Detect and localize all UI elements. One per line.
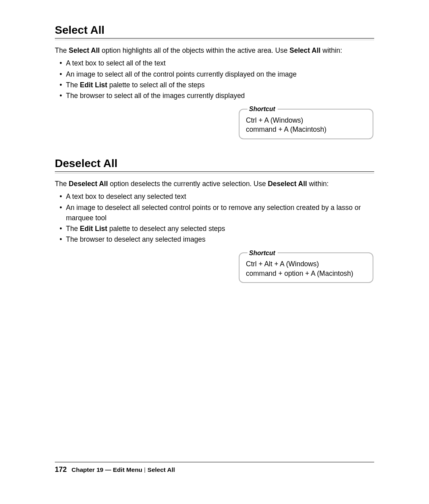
text: within:: [321, 46, 342, 54]
list-item: A text box to deselect any selected text: [65, 191, 374, 202]
bold-term: Edit List: [80, 225, 107, 233]
list-item: The Edit List palette to deselect any se…: [65, 223, 374, 234]
list-item: The Edit List palette to select all of t…: [65, 80, 374, 90]
text: The browser to select all of the images …: [66, 92, 245, 100]
text: A text box to select all of the text: [66, 59, 166, 67]
footer-topic: Select All: [147, 466, 175, 473]
text: An image to deselect all selected contro…: [66, 204, 361, 222]
footer-rule: [55, 462, 374, 462]
shortcut-box: Shortcut Ctrl + Alt + A (Windows) comman…: [239, 249, 373, 283]
shortcut-container: Shortcut Ctrl + A (Windows) command + A …: [55, 105, 374, 139]
text: option deselects the currently active se…: [108, 180, 268, 188]
footer-separator-icon: [145, 467, 145, 473]
text: The browser to deselect any selected ima…: [66, 235, 205, 243]
text: palette to deselect any selected steps: [107, 225, 225, 233]
list-item: The browser to deselect any selected ima…: [65, 234, 374, 244]
bold-term: Select All: [290, 46, 321, 54]
footer-chapter: Chapter 19 — Edit Menu: [72, 466, 142, 473]
list-item: A text box to select all of the text: [65, 58, 374, 68]
intro-paragraph: The Select All option highlights all of …: [55, 45, 374, 56]
bold-term: Deselect All: [69, 180, 108, 188]
bold-term: Select All: [69, 46, 100, 54]
text: within:: [307, 180, 329, 188]
list-item: An image to select all of the control po…: [65, 69, 374, 79]
heading-rule: [55, 38, 374, 40]
list-item: The browser to select all of the images …: [65, 90, 374, 101]
shortcut-line: command + option + A (Macintosh): [246, 269, 367, 279]
heading-select-all: Select All: [55, 24, 374, 37]
intro-paragraph: The Deselect All option deselects the cu…: [55, 179, 374, 189]
shortcut-container: Shortcut Ctrl + Alt + A (Windows) comman…: [55, 249, 374, 283]
shortcut-legend: Shortcut: [247, 249, 278, 258]
heading-rule: [55, 171, 374, 174]
section-deselect-all: Deselect All The Deselect All option des…: [55, 157, 374, 283]
text: An image to select all of the control po…: [66, 70, 297, 78]
shortcut-legend: Shortcut: [247, 105, 278, 113]
text: The: [66, 225, 80, 233]
footer-text: 172Chapter 19 — Edit MenuSelect All: [55, 466, 374, 474]
bullet-list: A text box to deselect any selected text…: [55, 191, 374, 244]
shortcut-line: Ctrl + A (Windows): [246, 116, 367, 125]
list-item: An image to deselect all selected contro…: [65, 202, 374, 223]
shortcut-line: Ctrl + Alt + A (Windows): [246, 260, 367, 269]
text: A text box to deselect any selected text: [66, 192, 186, 200]
text: The: [55, 46, 69, 54]
text: option highlights all of the objects wit…: [100, 46, 290, 54]
heading-deselect-all: Deselect All: [55, 157, 374, 170]
page-number: 172: [55, 466, 67, 473]
bold-term: Edit List: [80, 81, 107, 89]
section-select-all: Select All The Select All option highlig…: [55, 24, 374, 139]
shortcut-box: Shortcut Ctrl + A (Windows) command + A …: [239, 105, 373, 139]
bold-term: Deselect All: [268, 180, 307, 188]
bullet-list: A text box to select all of the text An …: [55, 58, 374, 101]
page-footer: 172Chapter 19 — Edit MenuSelect All: [55, 462, 374, 474]
text: The: [66, 81, 80, 89]
text: The: [55, 180, 69, 188]
shortcut-line: command + A (Macintosh): [246, 125, 367, 135]
text: palette to select all of the steps: [107, 81, 205, 89]
